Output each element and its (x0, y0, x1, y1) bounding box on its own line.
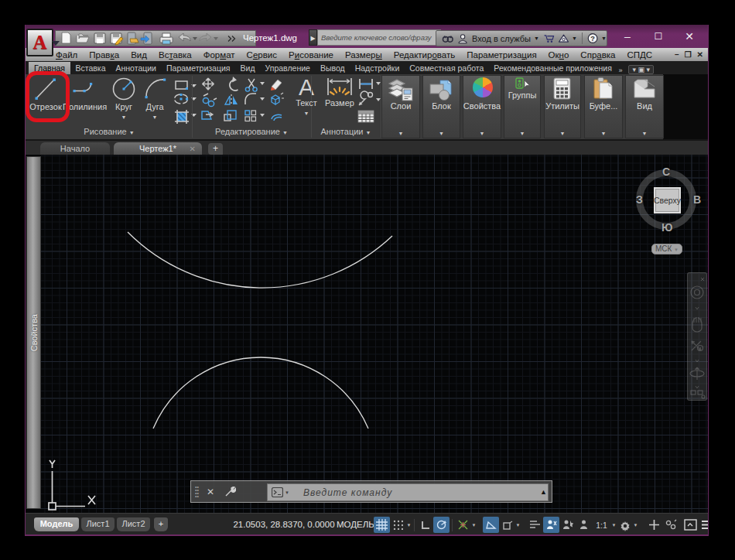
svg-text:?: ? (590, 35, 595, 43)
svg-text:A: A (299, 74, 314, 100)
